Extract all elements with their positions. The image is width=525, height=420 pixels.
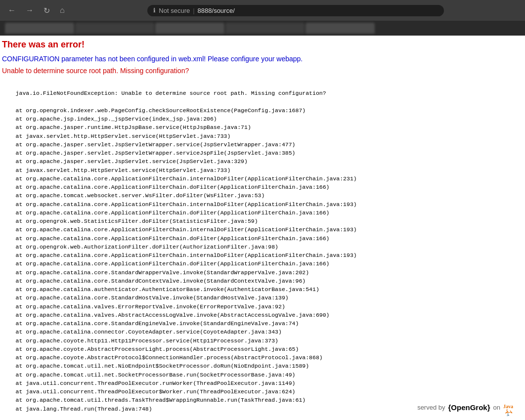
error-path-message: Unable to determine source root path. Mi…: [2, 67, 523, 75]
tab-blurred-2[interactable]: [75, 23, 154, 34]
stack-line: at org.apache.catalina.core.StandardCont…: [2, 277, 523, 285]
tab-blurred-5[interactable]: [306, 23, 375, 34]
stack-line: at org.apache.catalina.core.ApplicationF…: [2, 251, 523, 259]
stack-line: at org.apache.catalina.core.ApplicationF…: [2, 183, 523, 191]
address-text: 8888/source/: [198, 7, 235, 14]
home-button[interactable]: ⌂: [57, 4, 68, 17]
stack-trace: java.io.FileNotFoundException: Unable to…: [2, 81, 523, 106]
stack-line: at org.apache.jsp.index_jsp._jspService(…: [2, 115, 523, 123]
stack-line: at org.apache.catalina.core.StandardHost…: [2, 294, 523, 302]
footer-brand: {OpenGrok}: [448, 403, 490, 412]
not-secure-label: Not secure: [159, 7, 190, 14]
svg-text:Java: Java: [503, 404, 513, 409]
footer-on: on: [493, 404, 500, 411]
stack-line: at java.util.concurrent.ThreadPoolExecut…: [2, 379, 523, 387]
stack-line: at org.apache.catalina.authenticator.Aut…: [2, 285, 523, 294]
stack-line: at org.apache.catalina.core.ApplicationF…: [2, 209, 523, 217]
stack-line: at org.opengrok.web.AuthorizationFilter.…: [2, 243, 523, 251]
stack-line: at org.apache.catalina.core.ApplicationF…: [2, 234, 523, 243]
address-separator: |: [193, 7, 194, 14]
error-title: There was an error!: [2, 40, 523, 50]
footer-served-by: served by: [417, 404, 445, 411]
stack-line: at org.apache.catalina.connector.CoyoteA…: [2, 328, 523, 336]
stack-line: at javax.servlet.http.HttpServlet.servic…: [2, 166, 523, 174]
stack-line: at org.apache.coyote.AbstractProtocol$Co…: [2, 353, 523, 362]
stack-line: at org.apache.catalina.core.ApplicationF…: [2, 225, 523, 234]
footer: served by {OpenGrok} on Java: [409, 394, 525, 420]
stack-line: at org.apache.tomcat.util.net.SocketProc…: [2, 371, 523, 379]
tab-blurred-1[interactable]: [5, 23, 74, 34]
stack-trace-line1: java.io.FileNotFoundException: Unable to…: [16, 90, 326, 96]
stack-line: at org.apache.coyote.http11.Http11Proces…: [2, 336, 523, 345]
tabs-area: [0, 21, 525, 36]
tab-blurred-3[interactable]: [155, 23, 224, 34]
stack-line: at org.apache.jasper.servlet.JspServletW…: [2, 149, 523, 157]
stack-line: at org.apache.catalina.valves.AbstractAc…: [2, 311, 523, 319]
back-button[interactable]: ←: [5, 4, 19, 17]
stack-line: at org.apache.jasper.servlet.JspServletW…: [2, 140, 523, 149]
address-bar[interactable]: ℹ Not secure | 8888/source/: [147, 5, 444, 16]
stack-line: at org.apache.catalina.valves.ErrorRepor…: [2, 302, 523, 311]
stack-line: at org.apache.jasper.runtime.HttpJspBase…: [2, 123, 523, 131]
forward-button[interactable]: →: [23, 4, 37, 17]
stack-line: at org.opengrok.indexer.web.PageConfig.c…: [2, 106, 523, 115]
browser-chrome: ← → ↻ ⌂ ℹ Not secure | 8888/source/: [0, 0, 525, 21]
tab-blurred-4[interactable]: [225, 23, 305, 34]
stack-line: at org.apache.jasper.servlet.JspServlet.…: [2, 157, 523, 166]
stack-line: at org.apache.coyote.AbstractProcessorLi…: [2, 345, 523, 353]
error-config-message: CONFIGURATION parameter has not been con…: [2, 55, 523, 63]
refresh-button[interactable]: ↻: [41, 4, 53, 17]
stack-line: at org.apache.catalina.core.ApplicationF…: [2, 200, 523, 209]
stack-line: at org.apache.tomcat.util.net.NioEndpoin…: [2, 362, 523, 370]
stack-line: at org.apache.catalina.core.ApplicationF…: [2, 259, 523, 268]
stack-line: at javax.servlet.http.HttpServlet.servic…: [2, 132, 523, 140]
java-logo: Java: [503, 398, 517, 416]
stack-line: at org.apache.catalina.core.StandardWrap…: [2, 268, 523, 277]
stack-trace-lines: at org.opengrok.indexer.web.PageConfig.c…: [2, 106, 523, 413]
stack-line: at org.apache.catalina.core.ApplicationF…: [2, 174, 523, 183]
stack-line: at org.apache.tomcat.websocket.server.Ws…: [2, 191, 523, 200]
page-content: There was an error! CONFIGURATION parame…: [0, 36, 525, 417]
stack-line: at org.opengrok.web.StatisticsFilter.doF…: [2, 217, 523, 225]
security-icon: ℹ: [153, 7, 156, 14]
stack-line: at org.apache.catalina.core.StandardEngi…: [2, 319, 523, 328]
